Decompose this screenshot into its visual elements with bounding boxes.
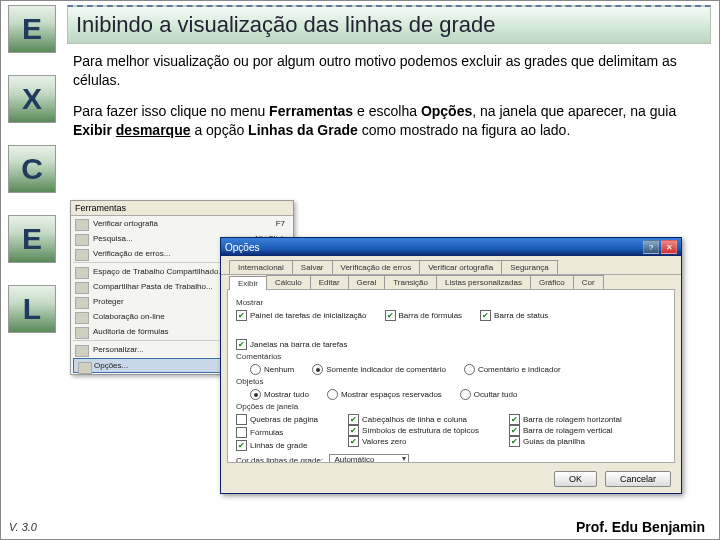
menu-item[interactable]: Verificar ortografiaF7 <box>71 216 293 231</box>
group-comentarios: Comentários <box>236 352 666 361</box>
window-titlebar[interactable]: Opções ? ✕ <box>221 238 681 256</box>
help-icon[interactable]: ? <box>643 240 659 254</box>
tab[interactable]: Geral <box>348 275 386 289</box>
radio[interactable]: Ocultar tudo <box>460 389 518 400</box>
letter-box: L <box>8 285 56 333</box>
version-label: V. 3.0 <box>9 521 37 533</box>
checkbox[interactable]: Fórmulas <box>236 427 283 438</box>
tab[interactable]: Verificação de erros <box>332 260 421 274</box>
tab[interactable]: Verificar ortografia <box>419 260 502 274</box>
tab[interactable]: Cálculo <box>266 275 311 289</box>
radio[interactable]: Nenhum <box>250 364 294 375</box>
radio[interactable]: Mostrar tudo <box>250 389 309 400</box>
menu-item-icon <box>75 345 89 357</box>
tab[interactable]: Transição <box>384 275 437 289</box>
tabs-row-2: ExibirCálculoEditarGeralTransiçãoListas … <box>221 275 681 289</box>
page-title: Inibindo a visualização das linhas de gr… <box>67 5 711 44</box>
checkbox[interactable]: Guias da planilha <box>509 436 585 447</box>
group-janela: Opções de janela <box>236 402 666 411</box>
cancel-button[interactable]: Cancelar <box>605 471 671 487</box>
tab[interactable]: Exibir <box>229 276 267 290</box>
radio[interactable]: Mostrar espaços reservados <box>327 389 442 400</box>
tab[interactable]: Listas personalizadas <box>436 275 531 289</box>
tab[interactable]: Gráfico <box>530 275 574 289</box>
checkbox[interactable]: Símbolos de estrutura de tópicos <box>348 425 479 436</box>
checkbox[interactable]: Janelas na barra de tarefas <box>236 339 347 350</box>
gridline-color-select[interactable]: Automático <box>329 454 409 463</box>
menu-item-icon <box>78 362 92 374</box>
ok-button[interactable]: OK <box>554 471 597 487</box>
sidebar-letters: E X C E L <box>1 1 63 515</box>
close-icon[interactable]: ✕ <box>661 240 677 254</box>
menu-item-icon <box>75 234 89 246</box>
author-label: Prof. Edu Benjamin <box>576 519 705 535</box>
tab-panel-exibir: Mostrar Painel de tarefas de inicializaç… <box>227 289 675 463</box>
letter-box: C <box>8 145 56 193</box>
checkbox[interactable]: Barra de rolagem vertical <box>509 425 612 436</box>
checkbox[interactable]: Cabeçalhos de linha e coluna <box>348 414 467 425</box>
tabs-row-1: InternacionalSalvarVerificação de errosV… <box>221 256 681 275</box>
tab[interactable]: Internacional <box>229 260 293 274</box>
menu-item-icon <box>75 219 89 231</box>
tab[interactable]: Cor <box>573 275 604 289</box>
menu-item-icon <box>75 312 89 324</box>
checkbox[interactable]: Painel de tarefas de inicialização <box>236 310 367 321</box>
menu-item-icon <box>75 249 89 261</box>
gridline-color-label: Cor das linhas de grade: <box>236 456 323 463</box>
menu-item-icon <box>75 267 89 279</box>
body-text: Para melhor visualização ou por algum ou… <box>67 50 711 154</box>
radio[interactable]: Comentário e indicador <box>464 364 561 375</box>
checkbox[interactable]: Quebras de página <box>236 414 318 425</box>
options-dialog: Opções ? ✕ InternacionalSalvarVerificaçã… <box>220 237 682 494</box>
checkbox[interactable]: Barra de rolagem horizontal <box>509 414 622 425</box>
tab[interactable]: Editar <box>310 275 349 289</box>
tab[interactable]: Segurança <box>501 260 558 274</box>
checkbox[interactable]: Barra de fórmulas <box>385 310 463 321</box>
checkbox[interactable]: Linhas de grade <box>236 440 307 451</box>
checkbox[interactable]: Valores zero <box>348 436 406 447</box>
letter-box: E <box>8 215 56 263</box>
tab[interactable]: Salvar <box>292 260 333 274</box>
menu-header: Ferramentas <box>71 201 293 216</box>
group-objetos: Objetos <box>236 377 666 386</box>
menu-item-icon <box>75 297 89 309</box>
window-title: Opções <box>225 242 259 253</box>
checkbox[interactable]: Barra de status <box>480 310 548 321</box>
group-mostrar: Mostrar <box>236 298 666 307</box>
menu-item-icon <box>75 327 89 339</box>
letter-box: E <box>8 5 56 53</box>
menu-item-icon <box>75 282 89 294</box>
letter-box: X <box>8 75 56 123</box>
radio[interactable]: Somente indicador de comentário <box>312 364 446 375</box>
